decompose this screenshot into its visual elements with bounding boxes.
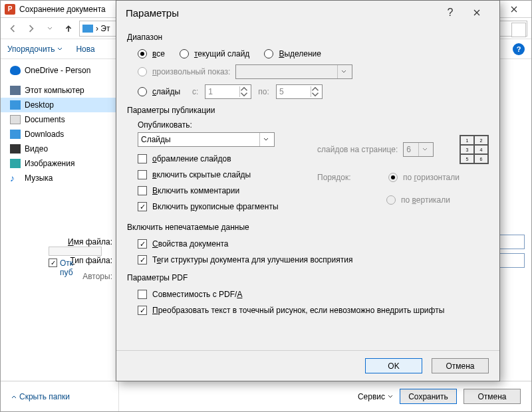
pc-icon [10,86,21,95]
params-footer: OK Отмена [116,350,499,381]
from-label: с: [192,87,198,96]
radio-icon [180,49,189,58]
range-current-radio[interactable]: текущий слайд [180,47,249,60]
forward-icon[interactable] [23,21,39,37]
pdfa-checkbox[interactable]: Совместимость с PDF/A [138,288,489,301]
publish-combo[interactable]: Слайды [138,132,275,147]
checkbox-icon [49,258,57,267]
to-label: по: [258,87,269,96]
checkbox-icon [138,170,147,179]
tree-images[interactable]: Изображения [1,156,118,171]
checkbox-icon [138,202,147,211]
handout-preview-icon: 12 34 56 [460,135,489,164]
music-icon: ♪ [10,173,21,183]
radio-icon [138,87,147,96]
order-vert-radio: по вертикали [386,193,450,207]
params-dialog: Параметры ? Диапазон все текущий слайд В… [116,0,500,381]
breadcrumb-text: › Эт [96,24,110,33]
range-selection-radio[interactable]: Выделение [264,47,321,60]
tree-video[interactable]: Видео [1,142,118,156]
organize-button[interactable]: Упорядочить [7,45,63,54]
new-item-button[interactable]: Нова [76,45,94,54]
tree-onedrive[interactable]: OneDrive - Person [1,63,118,78]
dropdown-icon [337,65,349,78]
help-icon[interactable]: ? [513,43,525,55]
ok-button[interactable]: OK [365,358,422,373]
tree-music[interactable]: ♪Музыка [1,171,118,185]
spp-label: слайдов на странице: [317,145,398,154]
checkbox-icon [138,306,147,315]
spp-combo: 6 [403,142,434,157]
params-titlebar: Параметры ? [116,1,499,25]
radio-icon [386,195,396,205]
cloud-icon [10,66,21,75]
params-close-icon[interactable] [464,1,490,25]
hide-folders-link[interactable]: Скрыть папки [11,392,70,401]
save-title-text: Сохранение документа [19,5,106,14]
images-icon [10,159,21,168]
options-frame [49,247,102,256]
radio-icon [264,49,273,58]
custom-show-combo [235,64,352,79]
ink-checkbox[interactable]: Включить рукописные фрагменты [138,200,291,213]
radio-icon [138,49,147,58]
tree-desktop[interactable]: Desktop [1,98,118,112]
video-icon [10,144,21,154]
close-icon[interactable] [501,1,527,18]
cancel-button[interactable]: Отмена [464,389,521,404]
tree-downloads[interactable]: Downloads [1,127,118,142]
tree-documents[interactable]: Documents [1,112,118,127]
pdf-group-label: Параметры PDF [127,273,489,282]
doc-tags-checkbox[interactable]: Теги структуры документа для улучшения в… [138,253,489,266]
downloads-icon [10,130,21,139]
pub-group-label: Параметры публикации [127,106,489,115]
to-spin[interactable]: 5 [276,84,323,99]
from-spin[interactable]: 1 [205,84,251,99]
comments-checkbox[interactable]: Включить комментарии [138,184,291,197]
range-group-label: Диапазон [127,33,489,42]
tree-this-pc[interactable]: Этот компьютер [1,83,118,98]
open-after-checkbox[interactable]: Откпуб [49,258,73,277]
params-cancel-button[interactable]: Отмена [432,358,489,373]
checkbox-icon [138,290,147,299]
radio-icon [138,67,147,76]
documents-icon [10,115,21,124]
range-slides-radio[interactable]: слайды [138,85,180,98]
bitmap-checkbox[interactable]: Преобразовать текст в точечный рисунок, … [138,304,489,317]
order-horiz-radio: по горизонтали [388,171,460,184]
up-icon[interactable] [61,21,76,37]
publish-label: Опубликовать: [138,120,291,130]
save-footer: Скрыть папки Сервис Сохранить Отмена [1,381,531,411]
search-input[interactable] [511,23,526,37]
checkbox-icon [138,186,147,195]
help-button[interactable]: ? [437,1,464,25]
back-icon[interactable] [5,21,21,37]
doc-props-checkbox[interactable]: Свойства документа [138,237,489,251]
desktop-icon [10,100,21,110]
filename-label: Имя файла: [39,237,112,247]
dropdown-icon [259,133,271,146]
params-title-text: Параметры [126,7,179,19]
checkbox-icon [138,239,147,249]
hidden-checkbox[interactable]: включить скрытые слайды [138,168,291,181]
drive-icon [82,25,93,33]
tools-button[interactable]: Сервис [358,392,393,401]
frame-checkbox[interactable]: обрамление слайдов [138,152,291,165]
save-button[interactable]: Сохранить [400,389,457,404]
range-all-radio[interactable]: все [138,47,165,60]
checkbox-icon [138,154,147,163]
dropdown-icon [418,143,430,156]
order-label: Порядок: [317,173,351,182]
range-custom-radio: произвольный показ: [138,65,230,78]
nonprint-group-label: Включить непечатаемые данные [127,223,489,232]
recent-dropdown-icon[interactable] [42,21,58,37]
powerpoint-icon: P [5,4,15,15]
checkbox-icon [138,255,147,264]
radio-icon [388,173,398,182]
